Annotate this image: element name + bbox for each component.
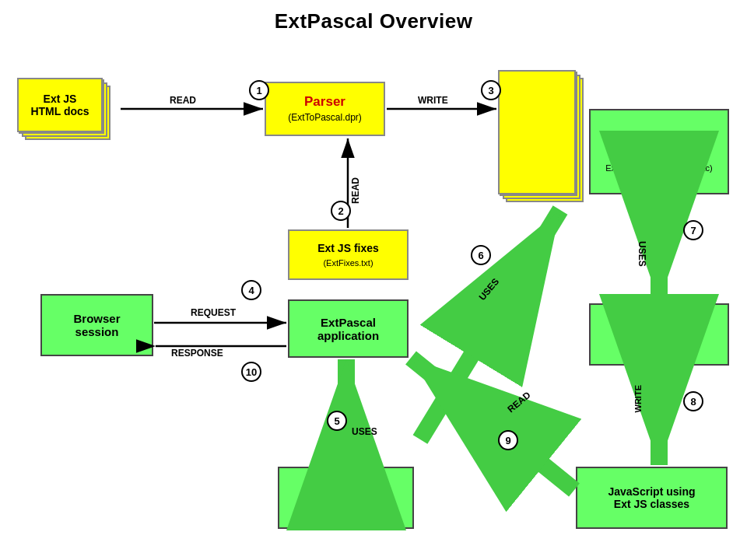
- wrapper-sub3: ExtUtil,ExtForm,ExtGrid,etc): [605, 163, 713, 173]
- self-translating-box: Self-translating (ExtPascal.pas): [589, 303, 729, 366]
- wrapper-label: Wrapper: [636, 131, 683, 145]
- step-8: 8: [683, 391, 703, 411]
- label-write3: WRITE: [418, 95, 448, 106]
- label-uses7: USES: [637, 241, 647, 267]
- label-write8: WRITE: [633, 385, 643, 412]
- diagram: ExtPascal Overview Ext JSHTML docs Parse…: [0, 0, 747, 560]
- parser-box: Parser (ExtToPascal.dpr): [265, 82, 385, 136]
- ext-js-docs-label: Ext JSHTML docs: [17, 78, 103, 132]
- wrapper-sub2: (Ext, ExtGlobal, ExtData,: [612, 154, 707, 163]
- fastcgi-box: FastCGI Multithread Environment (FCGIApp…: [278, 467, 414, 529]
- ext-js-fixes-sub: (ExtFixes.txt): [323, 258, 373, 268]
- label-read9: READ: [505, 390, 532, 415]
- svg-line-9: [420, 210, 560, 439]
- javascript-box: JavaScript usingExt JS classes: [576, 467, 728, 529]
- step-3: 3: [481, 80, 501, 100]
- javascript-label: JavaScript usingExt JS classes: [608, 485, 695, 510]
- ext-js-fixes-box: Ext JS fixes (ExtFixes.txt): [288, 229, 409, 280]
- self-translating-label: Self-translating: [616, 324, 701, 337]
- label-uses6: USES: [476, 276, 501, 303]
- fastcgi-sub2: (FCGIApp.pas): [317, 505, 375, 514]
- step-7: 7: [683, 220, 703, 240]
- page-title: ExtPascal Overview: [0, 0, 747, 33]
- browser-session-label: Browsersession: [73, 312, 120, 338]
- extpascal-app-box: ExtPascalapplication: [288, 299, 409, 358]
- parser-label: Parser: [304, 94, 345, 109]
- step-6: 6: [471, 245, 491, 265]
- browser-session-box: Browsersession: [40, 294, 153, 356]
- parser-sub: (ExtToPascal.dpr): [288, 112, 362, 123]
- step-4: 4: [241, 280, 261, 300]
- wrapper-sub1: 12 units: [644, 145, 675, 154]
- step-5: 5: [327, 411, 347, 431]
- svg-line-12: [411, 358, 574, 490]
- extpascal-app-label: ExtPascalapplication: [317, 316, 379, 342]
- self-translating-sub: (ExtPascal.pas): [629, 337, 689, 346]
- fastcgi-sub1: Multithread Environment: [300, 495, 392, 505]
- step-10: 10: [241, 362, 261, 382]
- step-9: 9: [498, 430, 518, 450]
- label-read2: READ: [350, 177, 361, 204]
- step-1: 1: [249, 80, 269, 100]
- label-uses5: USES: [352, 426, 377, 437]
- wrapper-box: Wrapper 12 units (Ext, ExtGlobal, ExtDat…: [589, 109, 729, 194]
- label-read1: READ: [170, 95, 196, 106]
- ext-js-fixes-label: Ext JS fixes: [317, 242, 379, 254]
- label-response10: RESPONSE: [171, 348, 223, 359]
- fastcgi-label: FastCGI: [324, 482, 369, 495]
- step-2: 2: [331, 201, 351, 221]
- label-request4: REQUEST: [191, 307, 236, 318]
